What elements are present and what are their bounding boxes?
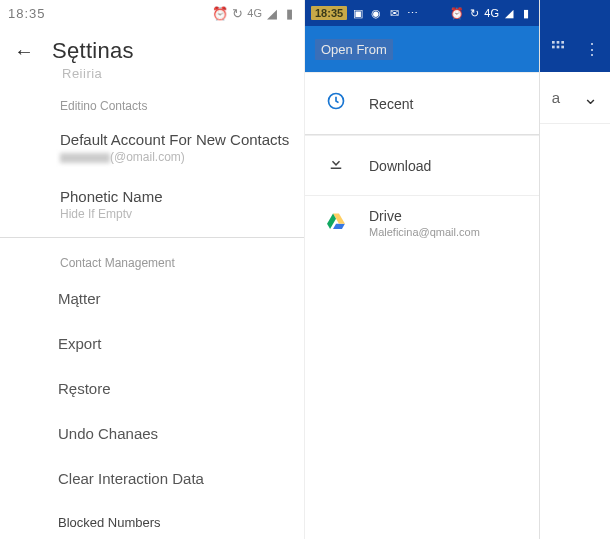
mail-icon: ✉ [387, 6, 401, 20]
drive-email: Maleficina@qmail.com [369, 226, 480, 238]
alarm-icon: ⏰ [213, 6, 227, 20]
more-notif-icon: ⋯ [405, 6, 419, 20]
default-account-value: (@omail.com) [60, 150, 290, 164]
photo-icon: ▣ [351, 6, 365, 20]
undo-changes-row[interactable]: Undo Chanaes [0, 411, 304, 456]
drive-icon [325, 213, 347, 234]
section-contact-management: Contact Management [0, 238, 304, 276]
battery-icon: ▮ [282, 6, 296, 20]
svg-rect-3 [557, 41, 560, 44]
signal-icon: ◢ [502, 6, 516, 20]
sort-row[interactable]: a ⌄ [540, 72, 610, 124]
settings-screen: 18:35 ⏰ ↻ 4G ◢ ▮ ← Sęttinas Reiiria Edit… [0, 0, 305, 539]
default-account-label: Default Account For New Contacts [60, 131, 290, 148]
picker-download-row[interactable]: Download [305, 135, 539, 195]
svg-rect-2 [552, 41, 555, 44]
phonetic-name-label: Phonetic Name [60, 188, 290, 205]
sort-letter: a [552, 89, 560, 106]
svg-rect-1 [331, 168, 342, 170]
toolbar-ext: ⋮ [540, 26, 610, 72]
restore-row[interactable]: Ręstore [0, 366, 304, 411]
more-menu-icon[interactable]: ⋮ [584, 40, 600, 59]
settings-header: ← Sęttinas [0, 26, 304, 70]
download-icon [325, 154, 347, 177]
grid-view-icon[interactable] [550, 39, 566, 59]
section-editing-contacts: Editino Contacts [0, 81, 304, 119]
svg-rect-5 [552, 46, 555, 49]
default-account-row[interactable]: Default Account For New Contacts (@omail… [0, 119, 304, 170]
svg-rect-6 [557, 46, 560, 49]
network-label: 4G [484, 7, 499, 19]
clock-icon [325, 91, 347, 116]
status-time: 18:35 [8, 6, 46, 21]
alarm-icon: ⏰ [450, 6, 464, 20]
matter-row[interactable]: Mątter [0, 276, 304, 321]
phonetic-name-row[interactable]: Phonetic Name Hide If Emptv [0, 170, 304, 227]
sync-icon: ↻ [467, 6, 481, 20]
status-time: 18:35 [311, 6, 347, 20]
file-picker-main: 18:35 ▣ ◉ ✉ ⋯ ⏰ ↻ 4G ◢ ▮ Open From Recen… [305, 0, 539, 539]
download-label: Download [369, 158, 431, 174]
retina-label: Reiiria [62, 66, 304, 81]
drive-label: Drive [369, 208, 480, 224]
blocked-numbers-row[interactable]: Blocked Numbers [0, 501, 304, 539]
background-panel: ⋮ a ⌄ [539, 0, 610, 539]
picker-drive-row[interactable]: Drive Maleficina@qmail.com [305, 195, 539, 250]
status-bar: 18:35 ⏰ ↻ 4G ◢ ▮ [0, 0, 304, 26]
recent-label: Recent [369, 96, 413, 112]
page-title: Sęttinas [52, 38, 134, 64]
svg-rect-4 [561, 41, 564, 44]
phonetic-name-sub: Hide If Emptv [60, 207, 290, 221]
export-row[interactable]: Export [0, 321, 304, 366]
network-label: 4G [247, 7, 262, 19]
status-bar-ext [540, 0, 610, 26]
chevron-down-icon: ⌄ [583, 87, 598, 109]
status-bar: 18:35 ▣ ◉ ✉ ⋯ ⏰ ↻ 4G ◢ ▮ [305, 0, 539, 26]
clear-interaction-row[interactable]: Clear Interaction Data [0, 456, 304, 501]
battery-icon: ▮ [519, 6, 533, 20]
status-icons: ⏰ ↻ 4G ◢ ▮ [213, 6, 296, 20]
blurred-email-prefix [60, 153, 110, 163]
open-from-title: Open From [315, 39, 393, 60]
back-button[interactable]: ← [14, 40, 34, 63]
signal-icon: ◢ [265, 6, 279, 20]
picker-header: Open From [305, 26, 539, 72]
sync-icon: ↻ [230, 6, 244, 20]
file-picker-screen: 18:35 ▣ ◉ ✉ ⋯ ⏰ ↻ 4G ◢ ▮ Open From Recen… [305, 0, 610, 539]
whatsapp-icon: ◉ [369, 6, 383, 20]
svg-rect-7 [561, 46, 564, 49]
picker-recent-row[interactable]: Recent [305, 72, 539, 134]
